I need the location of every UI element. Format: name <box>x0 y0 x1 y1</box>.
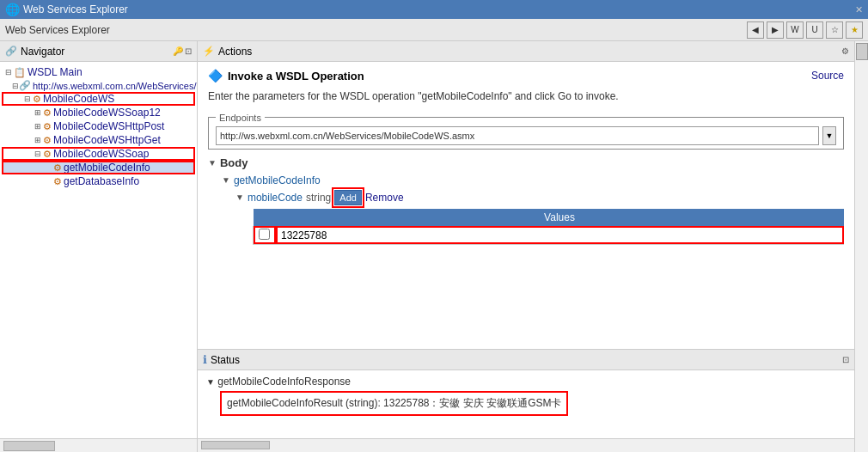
actions-header-title: Actions <box>218 46 252 58</box>
fav-button[interactable]: ★ <box>846 21 863 39</box>
toggle-get-database-info <box>43 176 53 186</box>
source-link[interactable]: Source <box>811 70 844 82</box>
status-content: ▼ getMobileCodeInfoResponse getMobileCod… <box>198 370 854 438</box>
row-value-cell <box>276 226 844 244</box>
title-bar-text: Web Services Explorer <box>23 3 128 15</box>
endpoints-section: Endpoints ▼ <box>208 113 844 150</box>
tree-view: ⊟ 📋 WSDL Main ⊟ 🔗 http://ws.webxml.com.c… <box>0 62 197 438</box>
toggle-http-get[interactable]: ⊞ <box>33 135 43 145</box>
navigator-header: 🔗 Navigator 🔑 ⊡ <box>0 41 197 62</box>
mobile-info-toggle[interactable]: ▼ <box>222 175 230 185</box>
navigator-scroll[interactable] <box>0 438 197 452</box>
mobile-code-type: string <box>306 192 331 204</box>
body-header: ▼ Body <box>208 156 844 169</box>
toggle-http-post[interactable]: ⊞ <box>33 121 43 131</box>
actions-content: 🔷 Invoke a WSDL Operation Source Enter t… <box>198 62 854 349</box>
status-panel: ℹ Status ⊡ ▼ getMobileCodeInfoResponse g… <box>198 349 854 452</box>
right-scrollbar[interactable] <box>854 41 868 452</box>
close-button[interactable]: ✕ <box>855 4 863 15</box>
status-response-label: getMobileCodeInfoResponse <box>217 376 351 388</box>
row-checkbox[interactable] <box>259 229 270 240</box>
uddi-button[interactable]: U <box>806 21 823 39</box>
actions-panel: ⚡ Actions ⚙ 🔷 Invoke a WSDL Operation So… <box>198 41 854 452</box>
status-bottom-scroll[interactable] <box>198 438 854 452</box>
status-toggle-icon[interactable]: ▼ <box>206 377 215 387</box>
status-header: ℹ Status ⊡ <box>198 350 854 370</box>
status-response-toggle: ▼ getMobileCodeInfoResponse <box>206 376 846 388</box>
endpoint-dropdown[interactable]: ▼ <box>822 126 836 145</box>
tree-item-get-mobile-code-info[interactable]: ⚙ getMobileCodeInfo <box>2 161 195 174</box>
body-toggle[interactable]: ▼ <box>208 158 217 168</box>
icon-get-mobile-code-info: ⚙ <box>53 162 62 174</box>
values-checkbox-header <box>254 209 276 227</box>
values-table: Values <box>253 209 844 245</box>
toolbar-buttons: ◀ ▶ W U ☆ ★ <box>747 21 863 39</box>
icon-ws-soap: ⚙ <box>43 149 52 160</box>
tree-item-http-post[interactable]: ⊞ ⚙ MobileCodeWSHttpPost <box>2 119 195 133</box>
endpoint-select: ▼ <box>216 126 836 145</box>
icon-get-database-info: ⚙ <box>53 176 62 187</box>
invoke-header: 🔷 Invoke a WSDL Operation Source <box>208 69 844 82</box>
row-checkbox-cell <box>254 226 276 244</box>
description-text: Enter the parameters for the WSDL operat… <box>208 89 844 104</box>
navigator-panel: 🔗 Navigator 🔑 ⊡ ⊟ 📋 WSDL Main ⊟ 🔗 http:/… <box>0 41 198 452</box>
navigator-title: Navigator <box>21 46 64 58</box>
toggle-get-mobile-code-info <box>43 162 53 173</box>
label-wsdl-main: WSDL Main <box>28 66 83 78</box>
tree-item-mobile-code-ws[interactable]: ⊟ ⚙ MobileCodeWS <box>2 92 195 106</box>
app-icon: 🌐 <box>5 3 20 16</box>
remove-button[interactable]: Remove <box>365 192 404 204</box>
tree-item-ws-url[interactable]: ⊟ 🔗 http://ws.webxml.com.cn/WebServices/… <box>2 79 195 92</box>
label-http-get: MobileCodeWSHttpGet <box>53 134 161 146</box>
label-ws-soap: MobileCodeWSSoap <box>53 148 149 160</box>
status-btn[interactable]: ⊡ <box>842 355 849 364</box>
value-input[interactable] <box>281 229 838 241</box>
main-content: 🔗 Navigator 🔑 ⊡ ⊟ 📋 WSDL Main ⊟ 🔗 http:/… <box>0 41 868 452</box>
table-row <box>254 226 844 244</box>
main-toolbar: Web Services Explorer ◀ ▶ W U ☆ ★ <box>0 19 868 41</box>
wsdl-button[interactable]: W <box>786 21 804 39</box>
toolbar-title: Web Services Explorer <box>5 24 110 36</box>
toggle-mobile-code-ws[interactable]: ⊟ <box>22 94 33 104</box>
back-button[interactable]: ◀ <box>747 21 764 39</box>
invoke-title: Invoke a WSDL Operation <box>228 70 364 82</box>
values-header: Values <box>276 209 844 227</box>
title-bar: 🌐 Web Services Explorer ✕ <box>0 0 868 19</box>
actions-settings-btn[interactable]: ⚙ <box>841 46 849 56</box>
status-result-container: getMobileCodeInfoResult (string): 132257… <box>220 391 846 416</box>
actions-header-icon: ⚡ <box>203 46 215 57</box>
tree-item-wsdl-main[interactable]: ⊟ 📋 WSDL Main <box>2 65 195 79</box>
icon-http-post: ⚙ <box>43 121 52 132</box>
navigator-btn-2[interactable]: ⊡ <box>185 46 192 56</box>
wsil-button[interactable]: ☆ <box>826 21 843 39</box>
navigator-icon: 🔗 <box>5 46 17 57</box>
icon-ws-url: 🔗 <box>19 80 31 91</box>
mobile-info-field-name: getMobileCodeInfo <box>234 174 321 186</box>
actions-top: ⚡ Actions ⚙ 🔷 Invoke a WSDL Operation So… <box>198 41 854 349</box>
label-get-mobile-code-info: getMobileCodeInfo <box>64 162 150 174</box>
label-ws-url: http://ws.webxml.com.cn/WebServices/M... <box>33 81 197 91</box>
get-mobile-code-info-row: ▼ getMobileCodeInfo <box>222 174 844 186</box>
mobile-code-row: ▼ mobileCode string Add Remove <box>235 190 844 205</box>
body-item: ▼ getMobileCodeInfo ▼ mobileCode string … <box>222 174 844 245</box>
tree-item-http-get[interactable]: ⊞ ⚙ MobileCodeWSHttpGet <box>2 133 195 147</box>
navigator-btn-1[interactable]: 🔑 <box>173 46 183 56</box>
toggle-ws-url[interactable]: ⊟ <box>12 81 19 91</box>
label-get-database-info: getDatabaseInfo <box>64 175 139 187</box>
tree-item-ws-soap[interactable]: ⊟ ⚙ MobileCodeWSSoap <box>2 147 195 161</box>
status-header-title: Status <box>211 354 240 366</box>
add-button[interactable]: Add <box>334 190 362 205</box>
toggle-soap12[interactable]: ⊞ <box>33 107 43 118</box>
forward-button[interactable]: ▶ <box>767 21 784 39</box>
mobile-code-toggle[interactable]: ▼ <box>235 192 244 202</box>
body-section: ▼ Body ▼ getMobileCodeInfo ▼ mobileCode <box>208 156 844 245</box>
endpoint-input[interactable] <box>216 126 819 145</box>
invoke-icon: 🔷 <box>208 69 223 82</box>
tree-item-get-database-info[interactable]: ⚙ getDatabaseInfo <box>2 174 195 188</box>
icon-http-get: ⚙ <box>43 135 52 146</box>
icon-soap12: ⚙ <box>43 107 52 119</box>
tree-item-soap12[interactable]: ⊞ ⚙ MobileCodeWSSoap12 <box>2 106 195 119</box>
status-info-icon: ℹ <box>203 353 207 366</box>
toggle-wsdl-main[interactable]: ⊟ <box>3 67 14 77</box>
toggle-ws-soap[interactable]: ⊟ <box>33 149 43 159</box>
